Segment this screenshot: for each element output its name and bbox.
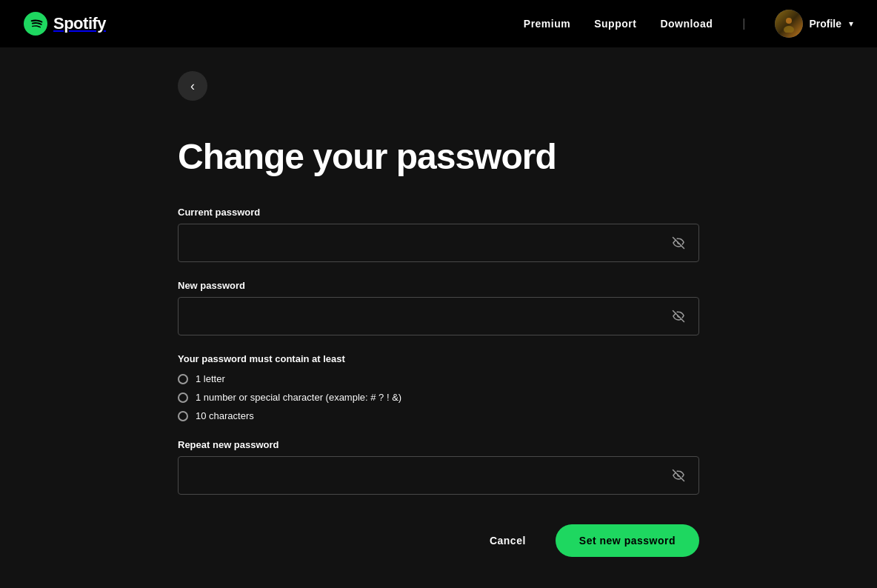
svg-point-0 [24, 12, 47, 36]
requirement-item-special: 1 number or special character (example: … [178, 392, 699, 403]
requirements-group: Your password must contain at least 1 le… [178, 353, 699, 421]
requirements-title: Your password must contain at least [178, 353, 699, 364]
svg-point-1 [786, 18, 792, 24]
current-password-group: Current password [178, 207, 699, 262]
nav-premium[interactable]: Premium [524, 18, 570, 30]
requirement-label-length: 10 characters [196, 410, 254, 421]
toggle-new-password-button[interactable] [668, 306, 689, 327]
repeat-password-group: Repeat new password [178, 439, 699, 495]
requirement-radio-letter [178, 374, 188, 384]
nav-support[interactable]: Support [594, 18, 636, 30]
eye-slash-icon-repeat [671, 468, 686, 483]
eye-slash-icon [671, 235, 686, 250]
current-password-input[interactable] [178, 224, 699, 262]
current-password-wrapper [178, 224, 699, 262]
new-password-label: New password [178, 280, 699, 291]
profile-label: Profile [809, 18, 841, 30]
requirements-list: 1 letter 1 number or special character (… [178, 373, 699, 421]
nav-download[interactable]: Download [660, 18, 713, 30]
avatar-image [775, 10, 803, 38]
spotify-logo[interactable]: Spotify [24, 12, 106, 36]
chevron-down-icon: ▾ [849, 19, 853, 29]
action-buttons: Cancel Set new password [178, 524, 699, 557]
header-left: Spotify [24, 12, 106, 36]
svg-point-2 [784, 26, 794, 33]
spotify-logo-icon [24, 12, 47, 36]
page-title: Change your password [178, 136, 699, 177]
eye-slash-icon-new [671, 309, 686, 324]
requirement-radio-length [178, 411, 188, 421]
back-arrow-icon: ‹ [190, 78, 195, 94]
toggle-repeat-password-button[interactable] [668, 465, 689, 486]
new-password-wrapper [178, 297, 699, 335]
avatar [775, 10, 803, 38]
back-button[interactable]: ‹ [178, 71, 207, 101]
main-content: ‹ Change your password Current password … [142, 47, 735, 581]
new-password-input[interactable] [178, 297, 699, 335]
header: Spotify Premium Support Download | Profi… [0, 0, 877, 47]
requirement-radio-special [178, 392, 188, 403]
requirement-item-letter: 1 letter [178, 373, 699, 384]
header-divider: | [742, 17, 745, 30]
header-profile[interactable]: Profile ▾ [775, 10, 853, 38]
requirement-label-special: 1 number or special character (example: … [196, 392, 401, 403]
repeat-password-wrapper [178, 456, 699, 495]
header-nav: Premium Support Download | Profile ▾ [524, 10, 853, 38]
requirement-item-length: 10 characters [178, 410, 699, 421]
current-password-label: Current password [178, 207, 699, 218]
spotify-logo-text: Spotify [53, 14, 106, 33]
toggle-current-password-button[interactable] [668, 233, 689, 253]
new-password-group: New password [178, 280, 699, 335]
repeat-password-input[interactable] [178, 456, 699, 495]
cancel-button[interactable]: Cancel [478, 529, 538, 552]
set-password-button[interactable]: Set new password [556, 524, 699, 557]
requirement-label-letter: 1 letter [196, 373, 225, 384]
repeat-password-label: Repeat new password [178, 439, 699, 450]
avatar-silhouette [780, 15, 798, 33]
